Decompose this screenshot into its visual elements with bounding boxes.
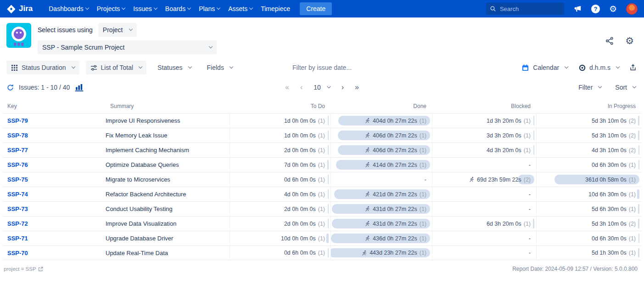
issue-key-link[interactable]: SSP-79 [7, 117, 28, 124]
share-icon[interactable] [605, 36, 614, 46]
select-issues-label: Select issues using [38, 26, 93, 34]
chevron-down-icon [209, 45, 213, 48]
nav-search[interactable] [486, 3, 564, 15]
nav-menu-issues[interactable]: Issues [129, 2, 161, 15]
duration-text: 7d 0h 0m 0s [284, 162, 316, 168]
last-page-button[interactable]: » [355, 83, 359, 91]
duration-text: 406d 0h 27m 22s [373, 132, 417, 139]
nav-menu-boards[interactable]: Boards [161, 2, 195, 15]
duration-cell-done: 436d 0h 27m 22s(1) [330, 231, 432, 245]
duration-text: 4d 0h 0m 0s [284, 191, 316, 198]
duration-value: 2d 0h 0m 0s(1) [284, 206, 325, 212]
report-type-dropdown[interactable]: Status Duration [6, 61, 79, 74]
table-row: SSP-73 Conduct Usability Testing 2d 0h 0… [3, 201, 641, 216]
issue-count: (1) [420, 132, 426, 139]
issue-summary: Improve UI Responsiveness [106, 114, 230, 128]
feedback-megaphone-icon[interactable] [573, 5, 582, 13]
jira-brand[interactable]: Jira [6, 4, 33, 14]
issue-date-filter[interactable]: Filter by issue date... [292, 64, 352, 71]
duration-bar [326, 234, 329, 243]
settings-gear-icon[interactable]: ⚙ [609, 5, 617, 13]
refresh-icon[interactable] [6, 84, 14, 91]
report-toolbar: Status Duration List of Total Statuses F… [0, 58, 644, 76]
nav-menu-assets[interactable]: Assets [224, 2, 257, 15]
nav-menu-plans[interactable]: Plans [195, 2, 224, 15]
time-format-dropdown[interactable]: d.h.m.s [578, 61, 620, 74]
next-page-button[interactable]: › [342, 83, 344, 91]
duration-text: 0d 6h 30m 0s [592, 235, 627, 242]
issue-key-link[interactable]: SSP-75 [7, 176, 28, 183]
duration-value: 4d 3h 10m 0s(2) [592, 147, 636, 154]
project-dropdown[interactable]: SSP - Sample Scrum Project [38, 40, 217, 54]
issue-count: (1) [318, 206, 325, 212]
first-page-button[interactable]: « [285, 83, 289, 91]
duration-text: 6d 3h 20m 0s [487, 221, 521, 227]
issue-source-dropdown[interactable]: Project [98, 23, 137, 37]
duration-cell-in-progress: 5d 6h 30m 0s(1) [536, 202, 641, 216]
statuses-dropdown[interactable]: Statuses [153, 61, 196, 74]
duration-value: 5d 3h 10m 0s(2) [592, 221, 636, 227]
filter-dropdown[interactable]: Filter [577, 82, 602, 93]
fields-dropdown[interactable]: Fields [202, 61, 237, 74]
duration-cell-in-progress: 5d 3h 10m 0s(2) [536, 128, 641, 142]
issue-key-link[interactable]: SSP-77 [7, 147, 28, 154]
issue-key-link[interactable]: SSP-70 [7, 250, 28, 256]
duration-value: 2d 0h 0m 0s(1) [284, 221, 325, 227]
duration-cell-done: - [330, 172, 432, 187]
nav-menu-projects[interactable]: Projects [93, 2, 129, 15]
duration-text: 1d 0h 0m 0s [284, 118, 316, 124]
nav-menu-dashboards[interactable]: Dashboards [45, 2, 93, 15]
duration-text: 3d 3h 20m 0s [487, 132, 521, 139]
duration-value: 0d 6h 30m 0s(1) [592, 162, 636, 168]
prev-page-button[interactable]: ‹ [300, 83, 302, 91]
duration-text: 0d 6h 0m 0s [284, 177, 316, 183]
duration-value: 5d 3h 10m 0s(2) [592, 118, 636, 124]
jql-query-link[interactable]: project = SSP [4, 266, 43, 272]
duration-cell-blocked: 4d 3h 20m 0s(1) [432, 143, 536, 157]
duration-text: 436d 0h 27m 22s [373, 235, 417, 242]
duration-text: 1d 3h 20m 0s [487, 118, 521, 124]
chart-view-icon[interactable] [74, 83, 84, 92]
issue-key-link[interactable]: SSP-76 [7, 161, 28, 168]
duration-text: 4d 3h 10m 0s [592, 147, 627, 154]
issue-key-link[interactable]: SSP-74 [7, 191, 28, 198]
duration-cell-blocked: - [432, 231, 536, 245]
issue-count: (1) [420, 250, 426, 256]
issue-key-link[interactable]: SSP-72 [7, 220, 28, 227]
search-input[interactable] [499, 5, 554, 13]
running-status-icon [364, 206, 370, 212]
duration-text: 5d 1h 30m 0s [592, 250, 627, 256]
duration-value: 5d 3h 10m 0s(2) [592, 132, 636, 139]
issue-count: (1) [629, 162, 636, 168]
duration-cell-done: 404d 0h 27m 22s(1) [330, 114, 432, 128]
sort-dropdown[interactable]: Sort [614, 82, 637, 93]
nav-item-timepiece[interactable]: Timepiece [257, 2, 294, 15]
issue-key-link[interactable]: SSP-73 [7, 205, 28, 212]
page-size-dropdown[interactable]: 10 [314, 84, 330, 91]
export-icon[interactable] [629, 64, 637, 71]
duration-value: 414d 0h 27m 22s(1) [364, 162, 426, 168]
duration-value: 406d 0h 27m 22s(1) [364, 132, 426, 139]
report-settings-gear-icon[interactable]: ⚙ [625, 36, 634, 46]
issue-summary: Improve Data Visualization [106, 217, 230, 231]
issue-key-link[interactable]: SSP-78 [7, 132, 28, 139]
duration-cell-blocked: - [432, 202, 536, 216]
filter-label: Filter [578, 84, 593, 91]
report-header: Select issues using Project SSP - Sample… [0, 17, 644, 58]
view-mode-dropdown[interactable]: List of Total [86, 61, 147, 74]
issue-key-link[interactable]: SSP-71 [7, 235, 28, 242]
issue-count: (1) [629, 235, 636, 242]
duration-value: 69d 23h 59m 22s(2) [469, 177, 531, 183]
help-icon[interactable]: ? [591, 5, 600, 13]
issue-count: (1) [420, 147, 426, 154]
duration-bar [328, 131, 329, 140]
duration-bar [327, 160, 329, 170]
create-button[interactable]: Create [300, 2, 332, 15]
calendar-dropdown[interactable]: Calendar [521, 61, 569, 74]
issue-count: (1) [420, 206, 426, 212]
issue-count: (2) [524, 177, 531, 183]
issue-count: (2) [629, 118, 636, 124]
table-row: SSP-71 Upgrade Database Driver 10d 0h 0m… [3, 231, 641, 245]
issue-count: (1) [318, 177, 325, 183]
user-avatar[interactable] [626, 3, 638, 15]
